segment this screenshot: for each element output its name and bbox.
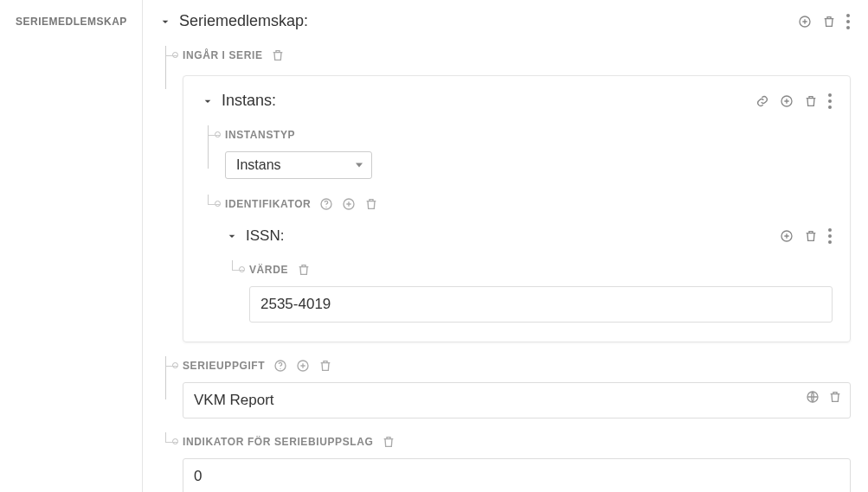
help-icon[interactable] <box>273 359 287 373</box>
trash-icon[interactable] <box>804 94 818 108</box>
svg-point-7 <box>280 368 281 369</box>
add-icon[interactable] <box>780 94 794 108</box>
link-icon[interactable] <box>755 94 769 108</box>
add-icon[interactable] <box>798 15 812 29</box>
trash-icon[interactable] <box>804 229 818 243</box>
more-menu-icon[interactable] <box>828 93 833 109</box>
more-menu-icon[interactable] <box>846 14 851 29</box>
caret-down-icon <box>356 163 363 168</box>
trash-icon[interactable] <box>271 48 285 62</box>
varde-label: VÄRDE <box>249 264 288 276</box>
add-icon[interactable] <box>296 359 310 373</box>
more-menu-icon[interactable] <box>828 228 833 244</box>
chevron-down-icon[interactable] <box>201 94 215 108</box>
instanstyp-select[interactable]: Instans <box>225 151 372 179</box>
serieuppgift-input[interactable] <box>183 382 851 419</box>
chevron-down-icon[interactable] <box>225 229 239 243</box>
issn-title: ISSN: <box>246 227 284 245</box>
svg-point-3 <box>326 207 327 208</box>
globe-icon[interactable] <box>806 390 820 404</box>
varde-input[interactable] <box>249 286 833 323</box>
instans-title: Instans: <box>222 92 276 110</box>
trash-icon[interactable] <box>382 435 395 449</box>
section-title: Seriemedlemskap: <box>179 12 308 30</box>
trash-icon[interactable] <box>828 390 842 404</box>
instanstyp-value: Instans <box>236 157 281 173</box>
trash-icon[interactable] <box>822 15 836 29</box>
ingar-i-serie-label: INGÅR I SERIE <box>183 49 262 61</box>
chevron-down-icon[interactable] <box>158 15 172 29</box>
trash-icon[interactable] <box>318 359 332 373</box>
serieuppgift-label: SERIEUPPGIFT <box>183 360 265 372</box>
help-icon[interactable] <box>319 197 333 211</box>
add-icon[interactable] <box>780 229 794 243</box>
instans-card: Instans: INSTANSTY <box>183 75 851 342</box>
add-icon[interactable] <box>342 197 356 211</box>
identifikator-label: IDENTIFIKATOR <box>225 198 311 210</box>
instanstyp-label: INSTANSTYP <box>225 129 295 141</box>
sidebar-section-label: SERIEMEDLEMSKAP <box>16 16 133 28</box>
indikator-label: INDIKATOR FÖR SERIEBIUPPSLAG <box>183 436 373 448</box>
trash-icon[interactable] <box>297 263 311 277</box>
indikator-input[interactable] <box>183 458 851 492</box>
trash-icon[interactable] <box>364 197 378 211</box>
